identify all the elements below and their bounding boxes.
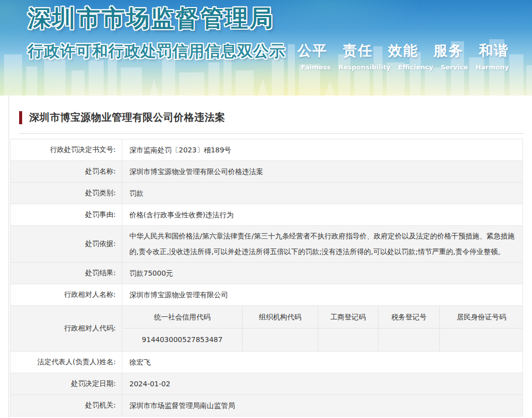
row-value: 价格(含行政事业性收费)违法行为	[122, 204, 522, 225]
row-label: 行政相对人代码:	[11, 306, 122, 351]
codes-header-cell: 居民身份证号码	[439, 306, 523, 328]
row-value: 深圳市博宝源物业管理有限公司	[122, 284, 522, 305]
row-value: 中华人民共和国价格法/第六章法律责任/第三十九条经营者不执行政府指导价、政府定价…	[122, 226, 522, 262]
slogan-word-cn: 公平	[297, 41, 328, 60]
slogan-word-en: Responsibility	[338, 63, 391, 71]
table-row: 行政相对人代码:统一社会信用代码组织机构代码工商登记码税务登记号居民身份证号码9…	[11, 306, 522, 352]
row-value: 2024-01-02	[122, 373, 522, 394]
codes-header-cell: 统一社会信用代码	[122, 306, 242, 328]
slogan-word-cn: 责任	[343, 41, 373, 60]
row-label: 处罚决定日期:	[11, 373, 122, 394]
slogan-word-cn: 服务	[433, 41, 464, 60]
table-row: 处罚名称:深圳市博宝源物业管理有限公司价格违法案	[11, 161, 522, 183]
row-value: 深圳市博宝源物业管理有限公司价格违法案	[122, 161, 522, 182]
row-value: 徐宏飞	[122, 352, 522, 373]
site-banner: 深圳市市场监督管理局 行政许可和行政处罚信用信息双公示 公平责任效能服务和谐 F…	[0, 0, 532, 96]
row-label: 法定代表人(负责人)姓名:	[11, 352, 122, 373]
site-title: 深圳市市场监督管理局	[28, 3, 285, 34]
codes-value-cell	[439, 328, 523, 351]
table-row: 处罚依据:中华人民共和国价格法/第六章法律责任/第三十九条经营者不执行政府指导价…	[11, 226, 522, 263]
site-subtitle: 行政许可和行政处罚信用信息双公示	[28, 41, 285, 62]
table-row: 处罚事由:价格(含行政事业性收费)违法行为	[11, 204, 522, 226]
table-row: 处罚决定日期:2024-01-02	[11, 373, 522, 395]
slogan-chinese: 公平责任效能服务和谐	[297, 41, 509, 60]
table-row: 处罚结果:罚款75000元	[11, 263, 522, 284]
row-label: 处罚类别:	[11, 183, 122, 204]
codes-value-cell: 914403000527853487	[122, 328, 242, 351]
row-label: 行政相对人名称:	[11, 284, 122, 305]
case-title-block: 深圳市博宝源物业管理有限公司价格违法案	[9, 96, 532, 133]
table-row: 处罚类别:罚款	[11, 183, 522, 204]
slogan-word-en: Harmony	[476, 63, 509, 71]
table-row: 行政处罚决定书文号:深市监南处罚〔2023〕稽189号	[11, 139, 522, 161]
title-divider	[19, 133, 524, 134]
penalty-info-table: 行政处罚决定书文号:深市监南处罚〔2023〕稽189号处罚名称:深圳市博宝源物业…	[10, 139, 523, 416]
row-value-codes: 统一社会信用代码组织机构代码工商登记码税务登记号居民身份证号码914403000…	[122, 306, 523, 351]
codes-header-cell: 税务登记号	[378, 306, 439, 328]
title-accent-bar	[19, 111, 22, 124]
codes-value-cell	[242, 328, 318, 351]
row-label: 处罚名称:	[11, 161, 122, 182]
slogan-word-en: Efficiency	[398, 63, 433, 71]
case-title: 深圳市博宝源物业管理有限公司价格违法案	[29, 111, 225, 124]
row-label: 行政处罚决定书文号:	[11, 139, 122, 160]
slogan-word-en: Faimess	[301, 63, 331, 71]
row-label: 处罚结果:	[11, 263, 122, 284]
slogan-word-cn: 和谐	[479, 41, 509, 60]
slogan-word-en: Service	[441, 63, 468, 71]
row-value: 罚款	[122, 183, 522, 204]
slogan-english: FaimessResponsibilityEfficiencyServiceHa…	[297, 63, 509, 71]
row-label: 处罚事由:	[11, 204, 122, 225]
codes-header-cell: 组织机构代码	[242, 306, 318, 328]
content-panel: 深圳市博宝源物业管理有限公司价格违法案 行政处罚决定书文号:深市监南处罚〔202…	[9, 96, 532, 418]
row-value: 罚款75000元	[122, 263, 522, 284]
row-value: 深市监南处罚〔2023〕稽189号	[122, 139, 522, 160]
codes-value-cell	[378, 328, 439, 351]
table-row: 处罚机关:深圳市市场监督管理局南山监管局	[11, 395, 522, 416]
banner-slogan: 公平责任效能服务和谐 FaimessResponsibilityEfficien…	[297, 41, 509, 71]
codes-header-cell: 工商登记码	[318, 306, 378, 328]
row-label: 处罚依据:	[11, 226, 122, 262]
slogan-word-cn: 效能	[388, 41, 418, 60]
row-label: 处罚机关:	[11, 395, 122, 416]
codes-table: 统一社会信用代码组织机构代码工商登记码税务登记号居民身份证号码914403000…	[122, 306, 523, 351]
table-row: 法定代表人(负责人)姓名:徐宏飞	[11, 352, 522, 373]
codes-value-cell	[318, 328, 378, 351]
row-value: 深圳市市场监督管理局南山监管局	[122, 395, 522, 416]
table-row: 行政相对人名称:深圳市博宝源物业管理有限公司	[11, 284, 522, 306]
